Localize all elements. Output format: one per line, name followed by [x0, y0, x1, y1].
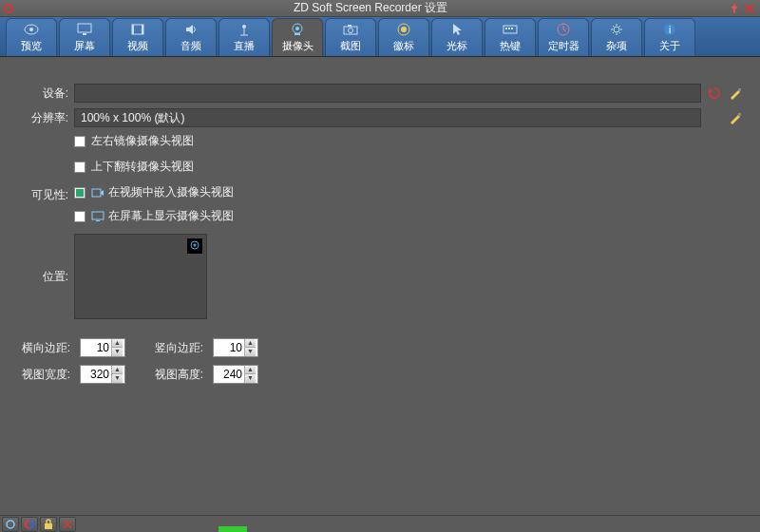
- spin-up[interactable]: ▲: [111, 339, 123, 348]
- position-label: 位置:: [15, 269, 74, 285]
- spin-down[interactable]: ▼: [111, 374, 123, 383]
- svg-rect-17: [505, 28, 507, 29]
- svg-rect-10: [294, 33, 300, 35]
- vmargin-label: 竖向边距:: [148, 340, 207, 356]
- footer-btn-1[interactable]: [2, 517, 19, 532]
- vheight-value[interactable]: [214, 368, 244, 381]
- svg-rect-28: [96, 220, 100, 221]
- tab-screen[interactable]: 屏幕: [59, 18, 110, 56]
- tab-label: 直播: [234, 39, 255, 53]
- resolution-config-button[interactable]: [728, 110, 743, 125]
- keyboard-icon: [503, 22, 518, 37]
- info-icon: i: [662, 22, 677, 37]
- antenna-icon: [237, 22, 252, 37]
- window-title: ZD Soft Screen Recorder 设置: [13, 0, 728, 16]
- position-selector[interactable]: [74, 234, 207, 319]
- svg-rect-32: [45, 523, 52, 529]
- svg-point-9: [295, 27, 299, 30]
- speaker-icon: [183, 22, 199, 37]
- spin-down[interactable]: ▼: [244, 374, 256, 383]
- svg-point-30: [194, 244, 197, 247]
- footer-btn-2[interactable]: [21, 517, 38, 532]
- webcam-icon: [290, 22, 305, 37]
- tab-label: 热键: [500, 39, 521, 53]
- spin-up[interactable]: ▲: [244, 366, 256, 374]
- screen-overlay-icon: [91, 210, 104, 223]
- tab-bar: 预览 屏幕 视频 音频 直播 摄像头 截图 徽标 光标 热键 定时器 杂项 i关…: [0, 17, 760, 57]
- svg-rect-3: [83, 33, 86, 35]
- svg-rect-2: [78, 24, 91, 32]
- hmargin-label: 横向边距:: [15, 340, 74, 356]
- tab-label: 截图: [340, 39, 361, 53]
- tab-preview[interactable]: 预览: [6, 18, 57, 56]
- svg-rect-25: [738, 113, 741, 116]
- clock-icon: [556, 22, 571, 37]
- svg-rect-27: [92, 212, 104, 219]
- badge-icon: [396, 22, 411, 37]
- spin-up[interactable]: ▲: [244, 339, 256, 348]
- device-field[interactable]: [74, 84, 701, 103]
- vheight-input[interactable]: ▲▼: [213, 365, 258, 384]
- embed-checkbox[interactable]: [74, 187, 86, 199]
- svg-rect-24: [738, 88, 741, 91]
- settings-panel: 设备: 分辨率: 100% x 100% (默认) 左右镜像摄像头视图 上下翻转…: [0, 57, 760, 407]
- device-refresh-button[interactable]: [707, 86, 722, 101]
- hmargin-value[interactable]: [81, 341, 111, 354]
- tab-about[interactable]: i关于: [644, 18, 695, 56]
- flip-checkbox[interactable]: [74, 162, 86, 173]
- tab-live[interactable]: 直播: [218, 18, 270, 56]
- spin-down[interactable]: ▼: [111, 348, 123, 356]
- mirror-label: 左右镜像摄像头视图: [91, 133, 194, 149]
- spin-down[interactable]: ▼: [244, 348, 256, 356]
- vmargin-value[interactable]: [214, 341, 244, 354]
- tab-label: 定时器: [548, 39, 580, 53]
- footer-btn-lock[interactable]: [40, 517, 57, 532]
- hmargin-input[interactable]: ▲▼: [80, 338, 125, 357]
- svg-point-31: [7, 521, 14, 528]
- tab-label: 视频: [127, 39, 148, 53]
- record-icon: [4, 4, 13, 13]
- device-config-button[interactable]: [728, 86, 743, 101]
- vwidth-input[interactable]: ▲▼: [80, 365, 125, 384]
- vheight-label: 视图高度:: [148, 367, 207, 383]
- tab-label: 徽标: [393, 39, 414, 53]
- tab-label: 屏幕: [74, 39, 95, 53]
- tab-label: 关于: [659, 39, 680, 53]
- close-button[interactable]: [743, 2, 756, 15]
- spin-up[interactable]: ▲: [111, 366, 123, 374]
- tab-label: 音频: [180, 39, 201, 53]
- overlay-label: 在屏幕上显示摄像头视图: [108, 208, 234, 224]
- svg-text:i: i: [669, 25, 671, 35]
- svg-rect-13: [348, 25, 352, 27]
- vwidth-value[interactable]: [81, 368, 111, 381]
- monitor-icon: [77, 22, 92, 37]
- position-top-right-icon[interactable]: [187, 238, 202, 254]
- tab-hotkeys[interactable]: 热键: [484, 18, 536, 56]
- footer-btn-close[interactable]: [59, 517, 76, 532]
- svg-rect-26: [92, 189, 101, 197]
- tab-webcam[interactable]: 摄像头: [272, 18, 323, 56]
- tab-misc[interactable]: 杂项: [591, 18, 642, 56]
- tab-logo[interactable]: 徽标: [378, 18, 429, 56]
- svg-rect-6: [142, 25, 143, 34]
- video-embed-icon: [91, 186, 104, 200]
- vwidth-label: 视图宽度:: [15, 367, 74, 383]
- title-bar: ZD Soft Screen Recorder 设置: [0, 0, 760, 17]
- status-bar: [0, 515, 760, 532]
- tab-audio[interactable]: 音频: [165, 18, 217, 56]
- svg-point-7: [242, 25, 246, 28]
- tab-video[interactable]: 视频: [112, 18, 163, 56]
- mirror-checkbox[interactable]: [74, 136, 86, 147]
- tab-timer[interactable]: 定时器: [538, 18, 589, 56]
- resolution-label: 分辨率:: [15, 110, 74, 126]
- vmargin-input[interactable]: ▲▼: [213, 338, 258, 357]
- tab-cursor[interactable]: 光标: [431, 18, 483, 56]
- resolution-field[interactable]: 100% x 100% (默认): [74, 108, 701, 127]
- tab-label: 杂项: [606, 39, 627, 53]
- tab-screenshot[interactable]: 截图: [325, 18, 376, 56]
- visibility-label: 可见性:: [15, 184, 74, 203]
- svg-rect-19: [511, 28, 513, 29]
- flip-label: 上下翻转摄像头视图: [91, 159, 194, 175]
- overlay-checkbox[interactable]: [74, 211, 86, 222]
- pin-button[interactable]: [728, 2, 741, 15]
